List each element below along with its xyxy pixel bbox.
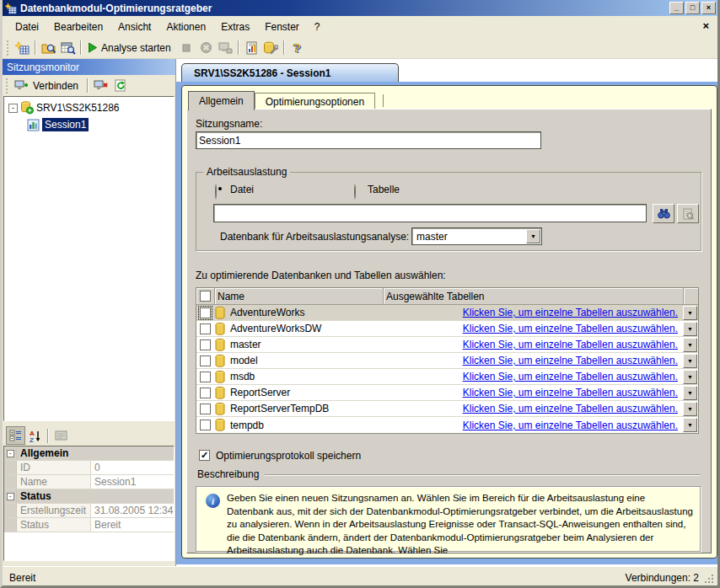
- chevron-down-icon[interactable]: ▼: [683, 306, 697, 320]
- save-log-label[interactable]: Optimierungsprotokoll speichern: [216, 450, 361, 462]
- row-checkbox[interactable]: [200, 420, 211, 430]
- toolbar-grip[interactable]: [7, 40, 11, 56]
- help-button[interactable]: ?: [287, 39, 307, 57]
- row-checkbox[interactable]: [200, 307, 211, 318]
- tree-item-server[interactable]: - SRV1\SS2K51286: [8, 101, 120, 115]
- categorized-button[interactable]: [6, 426, 25, 445]
- column-header-tables[interactable]: Ausgewählte Tabellen: [384, 288, 684, 305]
- status-connections: Verbindungen: 2: [626, 572, 699, 584]
- workload-file-input[interactable]: [213, 204, 647, 222]
- browse-file-button[interactable]: [653, 204, 674, 223]
- chevron-down-icon[interactable]: ▼: [683, 370, 697, 384]
- table-row[interactable]: ReportServerTempDB Klicken Sie, um einze…: [196, 401, 698, 417]
- select-all-checkbox[interactable]: [200, 291, 211, 302]
- refresh-button[interactable]: [110, 77, 130, 95]
- session-icon: [27, 119, 40, 131]
- row-checkbox[interactable]: [200, 372, 211, 382]
- svg-text:Z: Z: [30, 436, 34, 442]
- report-icon: [245, 41, 258, 55]
- new-session-icon: [15, 41, 30, 55]
- chevron-down-icon[interactable]: ▼: [526, 229, 540, 243]
- document-tab[interactable]: SRV1\SS2K51286 - Session1: [181, 63, 399, 83]
- select-tables-link[interactable]: Klicken Sie, um einzelne Tabellen auszuw…: [463, 323, 678, 334]
- tuning-options-button[interactable]: [261, 39, 281, 57]
- tree-item-session[interactable]: Session1: [27, 118, 89, 131]
- session-name-input[interactable]: [196, 131, 541, 149]
- menu-extras[interactable]: Extras: [213, 19, 257, 35]
- category-collapse-icon[interactable]: -: [4, 489, 17, 503]
- select-tables-link[interactable]: Klicken Sie, um einzelne Tabellen auszuw…: [463, 403, 678, 414]
- row-checkbox[interactable]: [200, 323, 211, 334]
- select-tables-link[interactable]: Klicken Sie, um einzelne Tabellen auszuw…: [463, 387, 678, 398]
- allgemein-tab-content: Sitzungsname: Arbeitsauslastung Datei Ta…: [186, 109, 712, 553]
- workload-file-radio[interactable]: [215, 184, 217, 200]
- open-workload-file-button[interactable]: [39, 39, 58, 57]
- refresh-icon: [114, 79, 126, 92]
- database-name: AdventureWorks: [230, 307, 304, 318]
- minimize-button[interactable]: _: [669, 2, 684, 14]
- description-group-label: Beschreibung: [197, 468, 259, 480]
- workload-file-radio-label[interactable]: Datei: [230, 184, 254, 195]
- tab-optimierungsoptionen[interactable]: Optimierungsoptionen: [255, 93, 375, 110]
- menu-help[interactable]: ?: [307, 19, 328, 35]
- table-row[interactable]: AdventureWorksDW Klicken Sie, um einzeln…: [196, 321, 698, 337]
- server-database-icon: [20, 101, 34, 115]
- collapse-icon[interactable]: -: [8, 104, 18, 113]
- menu-bearbeiten[interactable]: Bearbeiten: [46, 19, 110, 35]
- chevron-down-icon[interactable]: ▼: [683, 386, 697, 400]
- session-monitor-panel: Sitzungsmonitor Verbinden: [3, 59, 176, 566]
- property-category-label: Allgemein: [17, 446, 174, 460]
- workload-db-select[interactable]: master ▼: [411, 227, 542, 245]
- session-tree: - SRV1\SS2K51286 Session1: [3, 96, 175, 421]
- status-ready: Bereit: [9, 572, 626, 584]
- workload-table-radio-label[interactable]: Tabelle: [368, 184, 400, 195]
- toolbar-grip[interactable]: [6, 78, 10, 94]
- property-row: Name Session1: [4, 475, 174, 489]
- table-row[interactable]: tempdb Klicken Sie, um einzelne Tabellen…: [196, 417, 698, 433]
- new-session-button[interactable]: [13, 39, 32, 57]
- row-checkbox[interactable]: [200, 355, 211, 366]
- close-button[interactable]: ×: [701, 2, 716, 14]
- connect-button[interactable]: Verbinden: [12, 77, 84, 95]
- toolbar-separator: [283, 40, 285, 55]
- chevron-down-icon[interactable]: ▼: [683, 322, 697, 336]
- database-tools-icon: [263, 41, 278, 55]
- table-row[interactable]: master Klicken Sie, um einzelne Tabellen…: [196, 337, 698, 353]
- document-close-icon[interactable]: ×: [702, 19, 709, 32]
- menu-fenster[interactable]: Fenster: [257, 19, 307, 35]
- chevron-down-icon[interactable]: ▼: [683, 402, 697, 416]
- reports-button[interactable]: [242, 39, 261, 57]
- row-checkbox[interactable]: [200, 388, 211, 398]
- disconnect-button[interactable]: [91, 77, 110, 95]
- category-collapse-icon[interactable]: -: [4, 446, 17, 460]
- chevron-down-icon[interactable]: ▼: [683, 418, 697, 432]
- chevron-down-icon[interactable]: ▼: [683, 354, 697, 368]
- maximize-button[interactable]: □: [685, 2, 700, 14]
- menu-aktionen[interactable]: Aktionen: [159, 19, 213, 35]
- sort-alphabetical-button[interactable]: A Z: [25, 426, 45, 445]
- workload-table-radio[interactable]: [354, 184, 356, 200]
- select-tables-link[interactable]: Klicken Sie, um einzelne Tabellen auszuw…: [463, 355, 678, 366]
- property-value: Session1: [91, 475, 174, 489]
- table-row[interactable]: msdb Klicken Sie, um einzelne Tabellen a…: [196, 369, 698, 385]
- table-row[interactable]: model Klicken Sie, um einzelne Tabellen …: [196, 353, 698, 369]
- select-tables-link[interactable]: Klicken Sie, um einzelne Tabellen auszuw…: [463, 371, 678, 382]
- table-row[interactable]: ReportServer Klicken Sie, um einzelne Ta…: [196, 385, 698, 401]
- start-analysis-button[interactable]: Analyse starten: [84, 39, 177, 57]
- row-checkbox[interactable]: [200, 339, 211, 350]
- resize-grip[interactable]: [705, 575, 715, 585]
- tab-allgemein[interactable]: Allgemein: [188, 91, 255, 110]
- table-row[interactable]: AdventureWorks Klicken Sie, um einzelne …: [196, 305, 698, 321]
- select-tables-link[interactable]: Klicken Sie, um einzelne Tabellen auszuw…: [463, 307, 678, 318]
- menu-ansicht[interactable]: Ansicht: [110, 19, 159, 35]
- row-checkbox[interactable]: [200, 404, 211, 414]
- column-header-name[interactable]: Name: [215, 288, 384, 305]
- file-preview-icon: [682, 208, 694, 220]
- select-tables-link[interactable]: Klicken Sie, um einzelne Tabellen auszuw…: [463, 339, 678, 350]
- save-log-checkbox[interactable]: ✓: [199, 450, 210, 461]
- property-pages-icon: [55, 430, 67, 441]
- chevron-down-icon[interactable]: ▼: [683, 338, 697, 352]
- select-tables-link[interactable]: Klicken Sie, um einzelne Tabellen auszuw…: [463, 420, 678, 431]
- open-workload-table-button[interactable]: [58, 39, 78, 57]
- menu-datei[interactable]: Datei: [8, 19, 46, 35]
